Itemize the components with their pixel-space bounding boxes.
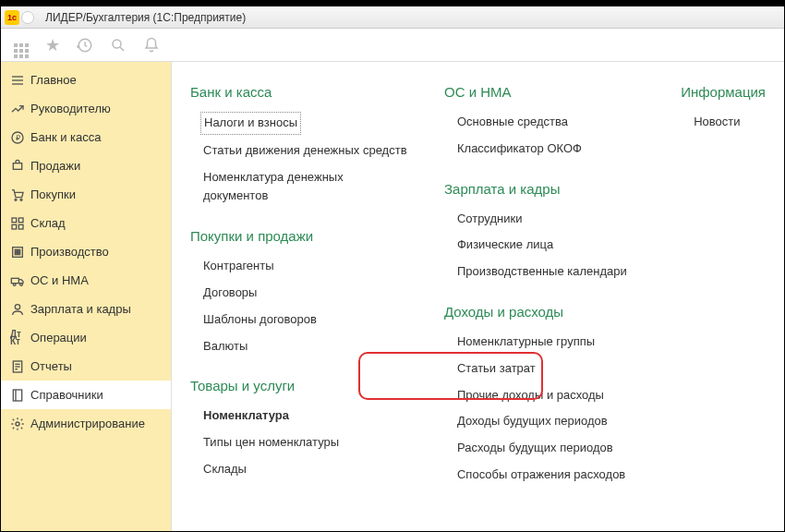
svg-point-23 (15, 304, 19, 308)
svg-rect-28 (13, 390, 21, 401)
link-item[interactable]: Номенклатура денежных документов (190, 164, 407, 211)
link-item[interactable]: Основные средства (444, 109, 644, 136)
sidebar-item-label: Администрирование (30, 417, 145, 430)
link-item[interactable]: Способы отражения расходов (444, 462, 644, 489)
chart-icon (10, 102, 30, 116)
svg-rect-20 (11, 278, 18, 283)
link-item[interactable]: Прочие доходы и расходы (444, 382, 644, 409)
bell-icon[interactable] (143, 37, 160, 54)
sidebar-item-4[interactable]: Покупки (1, 180, 171, 209)
link-item[interactable]: Контрагенты (190, 253, 407, 280)
link-item[interactable]: Налоги и взносы (200, 112, 301, 135)
svg-point-21 (13, 283, 16, 285)
sidebar-item-2[interactable]: ₽Банк и касса (1, 123, 171, 151)
sidebar-item-1[interactable]: Руководителю (1, 94, 171, 123)
factory-icon (10, 245, 30, 260)
content-col-3: ИнформацияНовости (662, 84, 784, 532)
svg-line-2 (120, 47, 124, 51)
link-item[interactable]: Новости (681, 109, 766, 136)
sidebar-item-label: Производство (30, 245, 109, 259)
sidebar-item-8[interactable]: Зарплата и кадры (1, 295, 171, 323)
content-col-2: ОС и НМАОсновные средстваКлассификатор О… (426, 84, 662, 532)
sidebar-item-7[interactable]: ОС и НМА (1, 266, 171, 295)
menu-icon (10, 73, 30, 88)
svg-rect-14 (18, 224, 23, 229)
titlebar: 1c ЛИДЕР/Бухгалтерия (1С:Предприятие) (1, 6, 784, 29)
sidebar-item-label: Главное (30, 73, 77, 87)
svg-rect-8 (13, 163, 21, 169)
ruble-icon: ₽ (10, 130, 30, 145)
boxes-icon (10, 216, 30, 231)
dropdown-icon[interactable] (21, 11, 34, 24)
svg-rect-18 (15, 252, 17, 254)
sidebar-item-6[interactable]: Производство (1, 237, 171, 266)
link-item[interactable]: Договоры (190, 280, 407, 307)
sidebar-item-label: Продажи (30, 159, 80, 173)
favorite-icon[interactable]: ★ (45, 35, 60, 55)
section-head[interactable]: Информация (681, 84, 766, 100)
sidebar-item-label: Покупки (30, 187, 76, 201)
toolbar: ★ (1, 29, 784, 62)
basket-icon (10, 187, 30, 202)
link-item[interactable]: Типы цен номенклатуры (190, 429, 407, 456)
svg-point-9 (15, 199, 17, 200)
svg-rect-17 (18, 249, 20, 251)
sidebar-item-9[interactable]: ДтКтОперации (1, 323, 171, 352)
apps-icon[interactable] (14, 32, 29, 58)
sidebar-item-10[interactable]: Отчеты (1, 352, 171, 381)
link-item[interactable]: Шаблоны договоров (190, 307, 407, 333)
main: ГлавноеРуководителю₽Банк и кассаПродажиП… (1, 62, 784, 532)
app-icon: 1c (5, 10, 19, 25)
sidebar-item-12[interactable]: Администрирование (1, 409, 171, 438)
sidebar: ГлавноеРуководителю₽Банк и кассаПродажиП… (1, 62, 171, 532)
section-head[interactable]: Банк и касса (190, 84, 407, 100)
content: Банк и кассаНалоги и взносыСтатьи движен… (171, 62, 784, 532)
link-item[interactable]: Классификатор ОКОФ (444, 136, 644, 163)
section-head[interactable]: Покупки и продажи (190, 228, 407, 244)
person-icon (10, 302, 30, 317)
link-item[interactable]: Производственные календари (444, 259, 644, 285)
svg-rect-12 (18, 218, 23, 223)
svg-point-22 (20, 283, 23, 285)
link-item[interactable]: Номенклатурные группы (444, 329, 644, 356)
link-item[interactable]: Сотрудники (444, 206, 644, 233)
sidebar-item-label: Банк и касса (30, 130, 102, 144)
svg-point-10 (20, 199, 22, 200)
truck-icon (10, 273, 30, 288)
sidebar-item-label: Отчеты (30, 359, 72, 373)
svg-rect-13 (12, 224, 17, 229)
link-item[interactable]: Расходы будущих периодов (444, 435, 644, 462)
search-icon[interactable] (110, 37, 127, 54)
sidebar-item-3[interactable]: Продажи (1, 151, 171, 180)
link-item[interactable]: Статьи движения денежных средств (190, 138, 407, 164)
svg-point-30 (16, 422, 19, 426)
sidebar-item-11[interactable]: Справочники (1, 381, 171, 409)
svg-rect-16 (15, 249, 17, 251)
gear-icon (10, 417, 30, 431)
link-item[interactable]: Доходы будущих периодов (444, 408, 644, 435)
sidebar-item-5[interactable]: Склад (1, 209, 171, 237)
link-item[interactable]: Номенклатура (190, 403, 407, 429)
section-head[interactable]: ОС и НМА (444, 84, 644, 100)
sidebar-item-label: Склад (30, 216, 66, 230)
book-icon (10, 388, 30, 403)
link-item[interactable]: Валюты (190, 333, 407, 360)
link-item[interactable]: Склады (190, 456, 407, 483)
report-icon (10, 359, 30, 374)
svg-rect-11 (12, 218, 17, 223)
svg-point-1 (113, 40, 121, 48)
sidebar-item-label: ОС и НМА (30, 273, 89, 287)
sidebar-item-label: Операции (30, 331, 87, 345)
dtkt-icon: ДтКт (10, 331, 30, 345)
sidebar-item-0[interactable]: Главное (1, 66, 171, 94)
svg-text:₽: ₽ (16, 133, 20, 141)
link-item[interactable]: Физические лица (444, 232, 644, 259)
content-col-1: Банк и кассаНалоги и взносыСтатьи движен… (172, 84, 426, 532)
link-item[interactable]: Статьи затрат (444, 356, 644, 382)
sidebar-item-label: Руководителю (30, 102, 111, 115)
history-icon[interactable] (77, 37, 93, 54)
section-head[interactable]: Товары и услуги (190, 378, 407, 393)
svg-rect-19 (18, 252, 20, 254)
section-head[interactable]: Зарплата и кадры (444, 181, 644, 197)
section-head[interactable]: Доходы и расходы (444, 304, 644, 320)
